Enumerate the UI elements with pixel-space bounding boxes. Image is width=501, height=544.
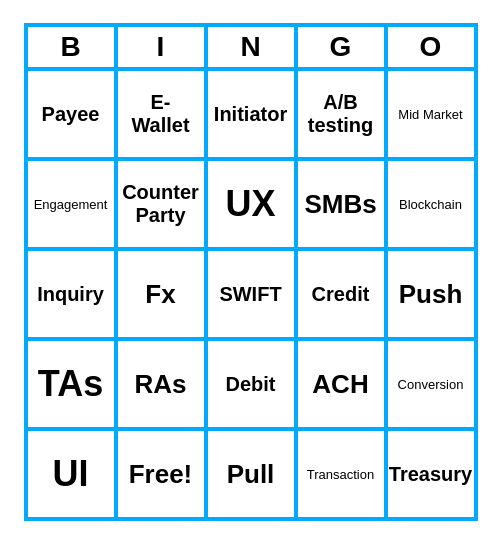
bingo-cell-11: Fx [116, 249, 206, 339]
bingo-cell-24: Treasury [386, 429, 476, 519]
bingo-cell-21: Free! [116, 429, 206, 519]
header-letter-o: O [386, 25, 476, 69]
bingo-cell-1: E-Wallet [116, 69, 206, 159]
bingo-cell-8: SMBs [296, 159, 386, 249]
bingo-cell-13: Credit [296, 249, 386, 339]
bingo-cell-12: SWIFT [206, 249, 296, 339]
bingo-cell-7: UX [206, 159, 296, 249]
bingo-cell-2: Initiator [206, 69, 296, 159]
bingo-cell-17: Debit [206, 339, 296, 429]
bingo-cell-10: Inquiry [26, 249, 116, 339]
header-letter-n: N [206, 25, 296, 69]
bingo-cell-19: Conversion [386, 339, 476, 429]
header-letter-i: I [116, 25, 206, 69]
bingo-header: BINGO [26, 25, 476, 69]
bingo-cell-22: Pull [206, 429, 296, 519]
bingo-cell-9: Blockchain [386, 159, 476, 249]
header-letter-g: G [296, 25, 386, 69]
bingo-cell-18: ACH [296, 339, 386, 429]
bingo-cell-20: UI [26, 429, 116, 519]
bingo-card: BINGO PayeeE-WalletInitiatorA/B testingM… [24, 23, 478, 521]
bingo-cell-0: Payee [26, 69, 116, 159]
bingo-cell-3: A/B testing [296, 69, 386, 159]
bingo-cell-5: Engagement [26, 159, 116, 249]
bingo-cell-6: Counter Party [116, 159, 206, 249]
bingo-cell-4: Mid Market [386, 69, 476, 159]
bingo-cell-15: TAs [26, 339, 116, 429]
header-letter-b: B [26, 25, 116, 69]
bingo-grid: PayeeE-WalletInitiatorA/B testingMid Mar… [26, 69, 476, 519]
bingo-cell-23: Transaction [296, 429, 386, 519]
bingo-cell-16: RAs [116, 339, 206, 429]
bingo-cell-14: Push [386, 249, 476, 339]
